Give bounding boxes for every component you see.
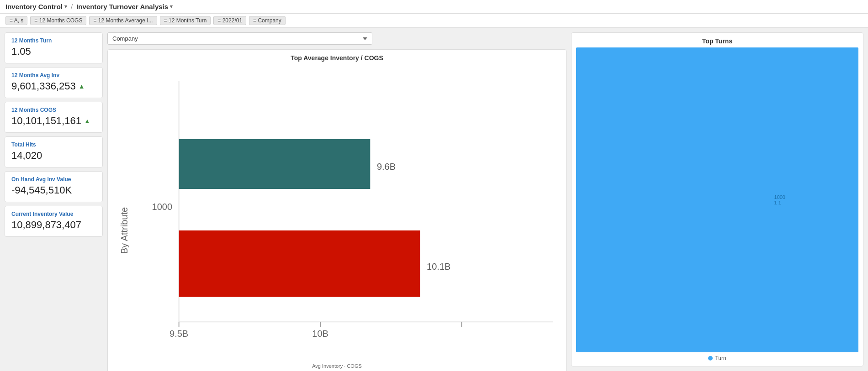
kpi-value-5: 10,899,873,407 (11, 219, 81, 231)
bar-chart-svg: By Attribute 9.5B 10B 1 (112, 64, 561, 363)
top-turns-panel: Top Turns 1000 1 1 Turn (571, 32, 863, 366)
filter-chip-5[interactable]: = Company (249, 16, 286, 25)
top-turns-center-label: 1000 1 1 (774, 194, 785, 205)
kpi-number-0: 1.05 (11, 46, 31, 57)
svg-text:1000: 1000 (152, 202, 173, 212)
kpi-value-3: 14,020 (11, 150, 42, 162)
kpi-card-4: On Hand Avg Inv Value-94,545,510K (5, 171, 103, 202)
kpi-value-4: -94,545,510K (11, 184, 72, 196)
legend-label-turn: Turn (715, 355, 726, 361)
kpi-value-0: 1.05 (11, 46, 31, 57)
kpi-card-3: Total Hits14,020 (5, 136, 103, 167)
kpi-panel: 12 Months Turn1.0512 Months Avg Inv9,601… (5, 32, 103, 366)
kpi-value-1: 9,601,336,253▲ (11, 80, 85, 92)
svg-text:9.5B: 9.5B (169, 329, 188, 339)
kpi-number-2: 10,101,151,161 (11, 115, 81, 127)
filter-chip-4[interactable]: = 2022/01 (213, 16, 246, 25)
top-turns-title: Top Turns (576, 37, 858, 45)
main-content: 12 Months Turn1.0512 Months Avg Inv9,601… (0, 28, 868, 371)
kpi-arrow-up-2: ▲ (84, 117, 90, 125)
kpi-label-1: 12 Months Avg Inv (11, 72, 59, 78)
kpi-number-4: -94,545,510K (11, 184, 72, 196)
filter-chip-3[interactable]: = 12 Months Turn (160, 16, 211, 25)
filter-bar: = A, s= 12 Months COGS= 12 Months Averag… (0, 14, 868, 28)
bar-chart-container: By Attribute 9.5B 10B 1 (112, 64, 561, 363)
kpi-card-0: 12 Months Turn1.05 (5, 32, 103, 63)
breadcrumb-separator: / (71, 3, 73, 10)
page-dropdown-arrow[interactable]: ▾ (170, 4, 173, 10)
bar-chart-title: Top Average Inventory / COGS (112, 54, 561, 62)
legend-turn: Turn (708, 355, 726, 361)
top-turns-chart-area: 1000 1 1 (576, 47, 858, 352)
svg-text:9.6B: 9.6B (377, 162, 396, 172)
header: Inventory Control ▾ / Inventory Turnover… (0, 0, 868, 14)
legend-dot-turn (708, 356, 713, 361)
kpi-value-2: 10,101,151,161▲ (11, 115, 90, 127)
kpi-label-4: On Hand Avg Inv Value (11, 176, 71, 183)
header-title: Inventory Control ▾ / Inventory Turnover… (5, 3, 173, 10)
svg-text:10.1B: 10.1B (427, 261, 450, 272)
svg-text:10B: 10B (312, 329, 328, 339)
filter-chip-0[interactable]: = A, s (5, 16, 27, 25)
page-title: Inventory Turnover Analysis (76, 3, 168, 10)
app-dropdown-arrow[interactable]: ▾ (64, 4, 67, 10)
bar-cogs[interactable] (179, 230, 420, 297)
bar-avg-inventory[interactable] (179, 139, 370, 189)
top-turns-legend: Turn (576, 355, 858, 361)
kpi-label-5: Current Inventory Value (11, 211, 73, 217)
kpi-label-0: 12 Months Turn (11, 37, 52, 44)
kpi-card-2: 12 Months COGS10,101,151,161▲ (5, 102, 103, 133)
kpi-number-1: 9,601,336,253 (11, 80, 76, 92)
filter-chip-1[interactable]: = 12 Months COGS (30, 16, 86, 25)
charts-area: Company Top Average Inventory / COGS By … (107, 32, 863, 366)
kpi-number-3: 14,020 (11, 150, 42, 162)
kpi-card-5: Current Inventory Value10,899,873,407 (5, 206, 103, 237)
kpi-label-2: 12 Months COGS (11, 107, 56, 113)
svg-text:By Attribute: By Attribute (119, 207, 129, 254)
company-dropdown-container: Company (107, 32, 566, 45)
kpi-card-1: 12 Months Avg Inv9,601,336,253▲ (5, 67, 103, 98)
company-dropdown[interactable]: Company (107, 32, 372, 45)
kpi-arrow-up-1: ▲ (79, 83, 85, 90)
bar-chart-panel: Top Average Inventory / COGS By Attribut… (107, 49, 566, 371)
bar-chart-x-label: Avg Inventory · COGS (112, 363, 561, 369)
app-title[interactable]: Inventory Control (5, 3, 63, 10)
kpi-number-5: 10,899,873,407 (11, 219, 81, 231)
kpi-label-3: Total Hits (11, 141, 36, 148)
filter-chip-2[interactable]: = 12 Months Average I... (89, 16, 157, 25)
